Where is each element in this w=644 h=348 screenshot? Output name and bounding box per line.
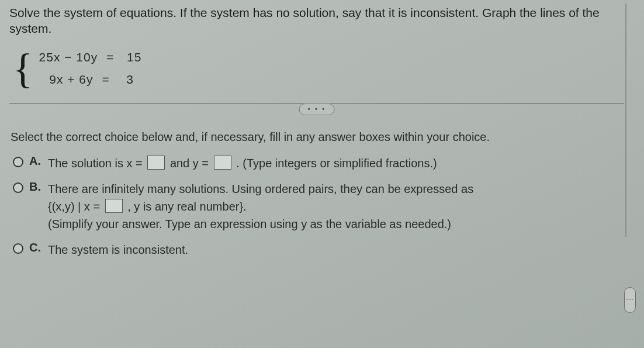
choice-b-body: There are infinitely many solutions. Usi…	[48, 180, 624, 233]
choice-b-set-pre: {(x,y) | x =	[48, 200, 100, 213]
eq1-rhs: 15	[127, 50, 141, 64]
answer-box-xexpr[interactable]	[105, 199, 123, 213]
question-page: Solve the system of equations. If the sy…	[0, 0, 644, 348]
eq2-rhs: 3	[126, 73, 134, 87]
more-button[interactable]: • • •	[299, 104, 335, 115]
choice-a-body: The solution is x = and y = . (Type inte…	[48, 154, 624, 172]
choice-prompt: Select the correct choice below and, if …	[11, 130, 624, 144]
section-divider: • • •	[9, 104, 624, 115]
equation-1: 25x − 10y = 15	[39, 50, 142, 64]
right-border-rule	[625, 4, 626, 237]
choice-b-line3: (Simplify your answer. Type an expressio…	[48, 218, 451, 230]
answer-box-x[interactable]	[147, 156, 165, 170]
choice-a-mid: and y =	[170, 157, 209, 170]
radio-b[interactable]	[13, 182, 23, 193]
choice-b: B. There are infinitely many solutions. …	[13, 180, 624, 233]
eq1-op: =	[106, 50, 114, 64]
radio-c[interactable]	[13, 243, 23, 254]
choice-c-text: The system is inconsistent.	[48, 241, 624, 259]
answer-box-y[interactable]	[214, 156, 231, 170]
vertical-dots-icon: ⋮	[626, 296, 634, 304]
choice-a-pre: The solution is x =	[48, 157, 143, 170]
choice-b-line1: There are infinitely many solutions. Usi…	[48, 182, 473, 195]
instructions-text: Solve the system of equations. If the sy…	[9, 5, 624, 37]
choice-c-letter: C.	[29, 241, 42, 254]
equation-list: 25x − 10y = 15 9x + 6y = 3	[39, 50, 142, 87]
equation-system: { 25x − 10y = 15 9x + 6y = 3	[13, 47, 624, 89]
choice-b-set-post: , y is any real number}.	[127, 200, 246, 213]
eq2-op: =	[102, 73, 109, 87]
eq1-lhs: 25x − 10y	[39, 50, 98, 64]
side-more-button[interactable]: ⋮	[624, 287, 636, 313]
choice-list: A. The solution is x = and y = . (Type i…	[13, 154, 624, 259]
choice-b-letter: B.	[29, 180, 42, 194]
eq2-lhs: 9x + 6y	[49, 73, 93, 87]
choice-c: C. The system is inconsistent.	[13, 241, 624, 259]
choice-a-post: . (Type integers or simplified fractions…	[236, 157, 437, 170]
equation-2: 9x + 6y = 3	[39, 73, 142, 87]
choice-a: A. The solution is x = and y = . (Type i…	[13, 154, 624, 172]
radio-a[interactable]	[13, 157, 23, 167]
choice-a-letter: A.	[29, 154, 42, 168]
left-brace-icon: {	[13, 47, 33, 89]
